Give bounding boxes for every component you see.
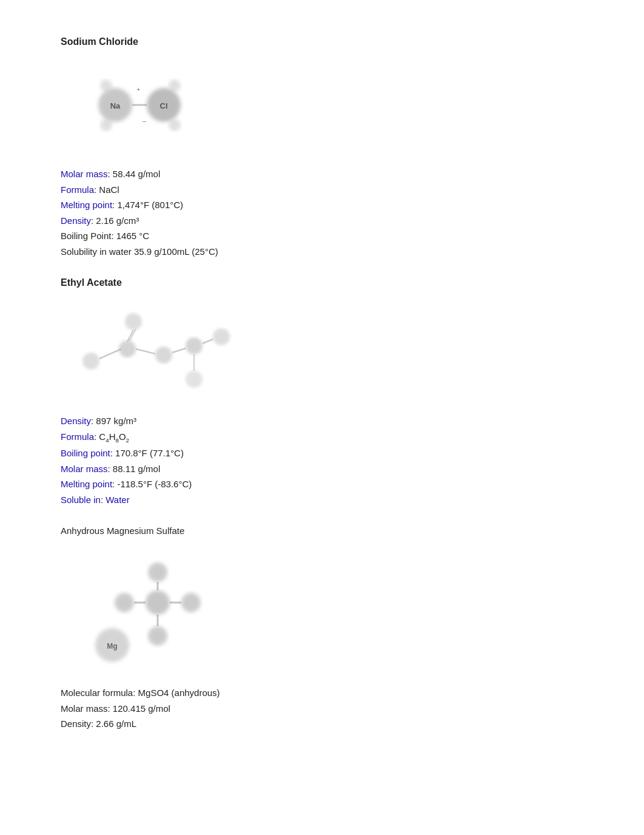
svg-point-13 <box>125 313 142 330</box>
magnesium-sulfate-molecule: Mg <box>73 542 218 675</box>
svg-text:Mg: Mg <box>107 642 117 651</box>
svg-text:–: – <box>143 117 147 124</box>
melting-point-link[interactable]: Melting point <box>61 200 112 210</box>
boiling-link-ea[interactable]: Boiling point <box>61 448 110 458</box>
svg-point-25 <box>146 590 170 615</box>
ethyl-acetate-props: Density: 897 kg/m³ Formula: C4H8O2 Boili… <box>61 413 583 507</box>
svg-line-18 <box>136 349 155 354</box>
svg-point-9 <box>100 119 112 131</box>
svg-point-28 <box>181 593 201 612</box>
svg-point-21 <box>213 328 230 345</box>
prop-density: Density: 897 kg/m³ <box>61 413 583 429</box>
svg-point-30 <box>115 593 134 612</box>
sodium-chloride-title: Sodium Chloride <box>61 36 583 47</box>
prop-density: Density: 2.16 g/cm³ <box>61 213 583 229</box>
svg-point-23 <box>186 371 203 388</box>
magnesium-sulfate-section: Anhydrous Magnesium Sulfate Mg <box>61 526 583 732</box>
prop-formula: Formula: NaCl <box>61 182 583 198</box>
svg-text:Na: Na <box>110 101 121 110</box>
prop-melting-point: Melting point: 1,474°F (801°C) <box>61 197 583 213</box>
svg-point-17 <box>155 347 172 363</box>
svg-point-19 <box>186 337 203 354</box>
svg-point-7 <box>100 79 112 92</box>
svg-line-22 <box>203 339 213 343</box>
prop-melting-ea: Melting point: -118.5°F (-83.6°C) <box>61 476 583 492</box>
prop-boiling-point: Boiling Point: 1465 °C <box>61 228 583 244</box>
prop-boiling-ea: Boiling point: 170.8°F (77.1°C) <box>61 445 583 461</box>
ethyl-acetate-section: Ethyl Acetate <box>61 277 583 507</box>
prop-solubility: Solubility in water 35.9 g/100mL (25°C) <box>61 244 583 260</box>
magnesium-sulfate-props: Molecular formula: MgSO4 (anhydrous) Mol… <box>61 685 583 732</box>
sodium-chloride-props: Molar mass: 58.44 g/mol Formula: NaCl Me… <box>61 166 583 259</box>
formula-link-ea[interactable]: Formula <box>61 431 94 442</box>
formula-link[interactable]: Formula <box>61 184 94 195</box>
svg-point-10 <box>169 119 181 131</box>
prop-formula-ea: Formula: C4H8O2 <box>61 429 583 446</box>
svg-point-11 <box>82 353 99 370</box>
density-link[interactable]: Density <box>61 215 91 226</box>
svg-line-20 <box>172 348 186 353</box>
melting-link-ea[interactable]: Melting point <box>61 479 112 489</box>
soluble-in-link[interactable]: Soluble in <box>61 495 101 505</box>
density-link-ea[interactable]: Density <box>61 416 91 426</box>
svg-point-26 <box>148 563 167 582</box>
ethyl-acetate-title: Ethyl Acetate <box>61 277 583 288</box>
svg-point-32 <box>148 626 167 646</box>
prop-molar-mass-mgs: Molar mass: 120.415 g/mol <box>61 701 583 717</box>
molar-mass-link[interactable]: Molar mass <box>61 169 108 179</box>
prop-soluble-ea: Soluble in: Water <box>61 492 583 508</box>
prop-molar-mass: Molar mass: 58.44 g/mol <box>61 166 583 182</box>
molar-link-ea[interactable]: Molar mass <box>61 464 108 474</box>
prop-molar-ea: Molar mass: 88.11 g/mol <box>61 461 583 477</box>
svg-point-8 <box>169 79 181 92</box>
sodium-chloride-section: Sodium Chloride Na Cl + – M <box>61 36 583 259</box>
magnesium-sulfate-title: Anhydrous Magnesium Sulfate <box>61 526 583 536</box>
ethyl-acetate-molecule <box>73 294 243 404</box>
prop-density-mgs: Density: 2.66 g/mL <box>61 716 583 732</box>
prop-molecular-formula: Molecular formula: MgSO4 (anhydrous) <box>61 685 583 701</box>
water-link[interactable]: Water <box>106 495 129 505</box>
sodium-chloride-molecule: Na Cl + – <box>73 53 206 157</box>
svg-text:+: + <box>136 86 140 93</box>
svg-point-16 <box>119 340 136 357</box>
svg-line-12 <box>99 349 121 359</box>
svg-text:Cl: Cl <box>160 101 168 110</box>
